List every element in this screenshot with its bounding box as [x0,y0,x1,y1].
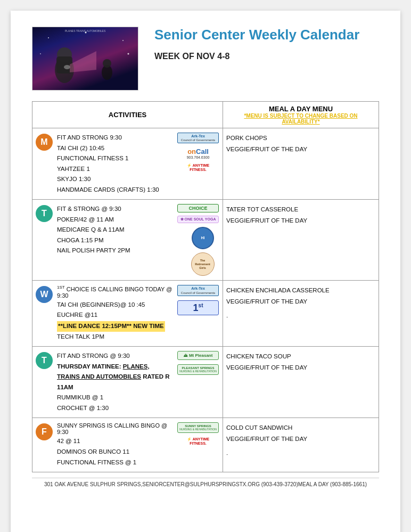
friday-activities: SUNNY SPRINGS IS CALLING BINGO @ 9:30 42… [57,422,172,468]
tuesday-row: T FIT & STRONG @ 9:30 POKER/42 @ 11 AM M… [32,200,379,281]
wednesday-row: W 1ST CHOICE IS CALLING BINGO TODAY @ 9:… [32,281,379,347]
list-item: TECH TALK 1PM [57,332,172,342]
list-item: TAI CHI (BEGINNERS)@ 10 :45 [57,300,172,310]
header: PLANES TRAINS AUTOMOBILES Senior Center … [32,27,379,91]
meal-item: VEGGIE/FRUIT OF THE DAY [226,215,375,226]
meal-item: TATER TOT CASSEROLE [226,204,375,215]
monday-activities: FIT AND STRONG 9:30 TAI CHI (2) 10:45 FU… [57,133,172,195]
monday-logos: Ark-Tex Council of Governments onCall 90… [177,133,219,195]
list-item: FIT AND STRONG @ 9:30 [57,351,172,362]
meal-dot: · [226,312,375,323]
main-table: ACTIVITIES MEAL A DAY MENU *MENU IS SUBJ… [32,101,379,472]
tuesday-activities: FIT & STRONG @ 9:30 POKER/42 @ 11 AM MED… [57,204,172,276]
list-item: FIT & STRONG @ 9:30 [57,204,172,215]
thursday-logos: ⛰ Mt Pleasant PLEASANT SPRINGS NURSING &… [177,351,219,413]
friday-meal: COLD CUT SANDWICH VEGGIE/FRUIT OF THE DA… [226,422,375,460]
wednesday-logos: Ark-Tex Council of Governments 1st [177,285,219,342]
bingo-line: 1ST CHOICE IS CALLING BINGO TODAY @ 9:30 [57,285,172,299]
meal-dot: · [226,449,375,460]
page: PLANES TRAINS AUTOMOBILES Senior Center … [11,11,400,532]
thursday-activities: FIT AND STRONG @ 9:30 THURSDAY MATINEE: … [57,351,172,413]
monday-circle: M [36,134,53,151]
friday-circle: F [36,423,53,440]
list-item: EUCHRE @11 [57,310,172,321]
list-item: RUMMIKUB @ 1 [57,392,172,403]
list-item: CHOGA 1:15 PM [57,235,172,246]
activities-header: ACTIVITIES [32,102,223,128]
thursday-circle: T [36,352,53,369]
list-item: FUNCTIONAL FITNESS @ 1 [57,457,172,468]
week-label: WEEK OF NOV 4-8 [154,52,379,61]
page-title: Senior Center Weekly Calendar [154,27,379,43]
list-item: CROCHET @ 1:30 [57,403,172,414]
svg-marker-3 [70,51,96,72]
list-item: FUNCTIONAL FITNESS 1 [57,153,172,164]
list-item: 42 @ 11 [57,436,172,447]
footer: 301 OAK AVENUE SULPHUR SPRINGS,SENIORCEN… [32,478,379,487]
wednesday-meal: CHICKEN ENCHILADA CASSEROLE VEGGIE/FRUIT… [226,285,375,322]
wednesday-circle: W [36,286,53,303]
friday-logos: SUNNY SPRINGS NURSING & REHABILITATION ⚡… [177,422,219,468]
meal-item: VEGGIE/FRUIT OF THE DAY [226,296,375,307]
friday-row: F SUNNY SPRINGS IS CALLING BINGO @ 9:30 … [32,418,379,472]
list-item: **LINE DANCE 12:15PM** new time [57,321,165,332]
meal-item: CHICKEN TACO SOUP [226,351,375,362]
list-item: HANDMADE CARDS (CRAFTS) 1:30 [57,185,172,195]
meal-item: VEGGIE/FRUIT OF THE DAY [226,362,375,373]
list-item: NAIL POLISH PARTY 2PM [57,245,172,256]
list-item: POKER/42 @ 11 AM [57,215,172,225]
meal-item: CHICKEN ENCHILADA CASSEROLE [226,285,375,296]
list-item: THURSDAY MATINEE: PLANES, TRAINS AND AUT… [57,362,172,393]
list-item: MEDICARE Q & A 11AM [57,225,172,235]
svg-point-10 [40,53,41,54]
svg-point-9 [122,40,124,41]
monday-meal: PORK CHOPS VEGGIE/FRUIT OF THE DAY [226,133,375,154]
list-item: SKYJO 1:30 [57,174,172,185]
meal-item: PORK CHOPS [226,133,375,144]
tuesday-meal: TATER TOT CASSEROLE VEGGIE/FRUIT OF THE … [226,204,375,226]
thursday-meal: CHICKEN TACO SOUP VEGGIE/FRUIT OF THE DA… [226,351,375,373]
list-item: YAHTZEE 1 [57,164,172,175]
wednesday-activities: 1ST CHOICE IS CALLING BINGO TODAY @ 9:30… [57,285,172,342]
bingo-line: SUNNY SPRINGS IS CALLING BINGO @ 9:30 [57,422,172,435]
meal-item: COLD CUT SANDWICH [226,422,375,433]
svg-point-4 [64,65,70,69]
meal-header: MEAL A DAY MENU *MENU IS SUBJECT TO CHAN… [223,102,379,128]
thursday-row: T FIT AND STRONG @ 9:30 THURSDAY MATINEE… [32,347,379,418]
tuesday-logos: CHOICE ❀ ONE SOUL YOGA HI [177,204,219,276]
svg-point-11 [128,53,129,55]
meal-item: VEGGIE/FRUIT OF THE DAY [226,433,375,445]
svg-point-6 [103,59,111,68]
tuesday-circle: T [36,205,53,222]
monday-row: M FIT AND STRONG 9:30 TAI CHI (2) 10:45 … [32,128,379,200]
list-item: TAI CHI (2) 10:45 [57,143,172,154]
svg-point-7 [48,37,49,38]
meal-item: VEGGIE/FRUIT OF THE DAY [226,144,375,155]
header-image: PLANES TRAINS AUTOMOBILES [32,27,138,91]
list-item: FIT AND STRONG 9:30 [57,133,172,143]
list-item: DOMINOS OR BUNCO 11 [57,447,172,457]
header-text: Senior Center Weekly Calendar WEEK OF NO… [154,27,379,61]
